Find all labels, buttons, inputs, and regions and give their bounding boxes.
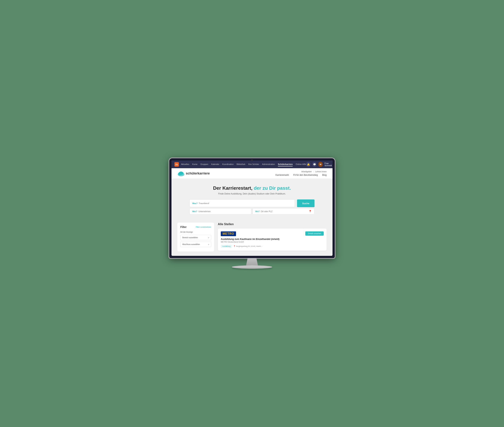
logo-icon [177, 171, 184, 176]
nav-item-schuelerkarriere[interactable]: Schülerkarriere [278, 162, 293, 166]
job-type-tag: Ausbildung [221, 245, 232, 248]
monitor-base [232, 265, 272, 269]
bereich-chevron-icon: ∨ [208, 236, 209, 239]
location-icon: 📍 [309, 210, 312, 213]
hero-subtitle: Finde Deine Ausbildung, Dein (duales) St… [177, 192, 327, 195]
jobs-section: Alle Stellen METRO Details ansehen Ausbi… [218, 223, 327, 252]
avatar[interactable]: M [318, 162, 323, 167]
top-nav-items: Aktuelles Kurse Gruppen Kalender Koordin… [181, 162, 306, 166]
bereich-dropdown[interactable]: Bereich auswählen ∨ [180, 235, 211, 240]
job-location: 📍 Bargkoppelweg 50, 22145, Hamb... [233, 245, 262, 247]
wer-label: Wer? [192, 210, 197, 213]
its-logo[interactable]: its [174, 162, 179, 167]
nav-item-kalender[interactable]: Kalender [211, 162, 219, 166]
filter-reset-button[interactable]: Filter zurücksetzen [196, 226, 211, 228]
svg-point-3 [179, 172, 183, 175]
nav-item-ihre-schueler[interactable]: Ihre Schüler [248, 162, 259, 166]
job-card-top: METRO Details ansehen [221, 231, 324, 236]
filter-title: Filter [180, 226, 187, 229]
nav-item-gruppen[interactable]: Gruppen [200, 162, 208, 166]
job-details-button[interactable]: Details ansehen [305, 231, 324, 236]
job-location-text: Bargkoppelweg 50, 22145, Hamb... [236, 245, 262, 247]
user-name-label: Frau Schmidt [325, 162, 333, 167]
job-company-name: METRO Deutschland GmbH [221, 241, 324, 243]
jobs-section-title: Alle Stellen [218, 223, 327, 226]
hero-title-accent: der zu Dir passt. [254, 185, 291, 191]
screen-content: its Aktuelles Kurse Gruppen Kalender Koo… [172, 160, 332, 256]
search-wo-field[interactable]: Wo? 📍 [252, 208, 315, 214]
arbeitgeber-link[interactable]: Arbeitgeber [301, 170, 312, 173]
search-button[interactable]: Suche [297, 199, 315, 207]
search-was-input[interactable] [199, 202, 292, 204]
monitor-neck [245, 258, 259, 265]
search-form: Was? Suche Wer? Wo? 📍 [189, 199, 315, 214]
wo-label: Wo? [255, 210, 260, 213]
abschluss-chevron-icon: ∨ [208, 243, 209, 245]
job-title: Ausbildung zum Kaufmann im Einzelhandel … [221, 238, 324, 240]
abschluss-label: Abschluss auswählen [182, 243, 200, 245]
logo-text: schülerkarriere [186, 172, 210, 175]
main-content: Filter Filter zurücksetzen Art der Anzei… [172, 220, 332, 256]
site-nav-top: Arbeitgeber | Lehrer:innen [301, 170, 327, 173]
job-tags: Ausbildung 📍 Bargkoppelweg 50, 22145, Ha… [221, 245, 324, 248]
filter-section-title: Art der Anzeige [180, 231, 211, 233]
search-was-field[interactable]: Was? [189, 199, 295, 207]
blog-link[interactable]: Blog [322, 174, 327, 176]
feedback-button[interactable]: 💬 [312, 162, 316, 167]
filter-header: Filter Filter zurücksetzen [180, 226, 211, 229]
filter-sidebar: Filter Filter zurücksetzen Art der Anzei… [177, 223, 214, 252]
notifications-button[interactable]: 🔔 [306, 162, 310, 167]
berufseinsteig-link[interactable]: Fit für den Berufseinstieg [293, 174, 318, 176]
top-navigation-bar: its Aktuelles Kurse Gruppen Kalender Koo… [172, 160, 332, 168]
site-logo[interactable]: schülerkarriere [177, 171, 210, 176]
nav-item-administration[interactable]: Administration [262, 162, 275, 166]
location-pin-icon: 📍 [233, 245, 236, 247]
site-header: schülerkarriere Arbeitgeber | Lehrer:inn… [172, 168, 332, 179]
monitor-screen: its Aktuelles Kurse Gruppen Kalender Koo… [169, 158, 335, 258]
nav-item-bibliothek[interactable]: Bibliothek [236, 162, 245, 166]
hero-section: Der Karrierestart, der zu Dir passt. Fin… [172, 179, 332, 220]
bereich-label: Bereich auswählen [182, 236, 198, 239]
hero-title: Der Karrierestart, der zu Dir passt. [177, 185, 327, 191]
nav-item-kurse[interactable]: Kurse [192, 162, 197, 166]
nav-item-koordination[interactable]: Koordination [222, 162, 234, 166]
site-nav-bottom: Karrieremarkt Fit für den Berufseinstieg… [276, 174, 327, 176]
was-label: Was? [192, 202, 197, 204]
abschluss-dropdown[interactable]: Abschluss auswählen ∨ [180, 242, 211, 247]
nav-item-online-hilfe[interactable]: Online-Hilfe [296, 162, 306, 166]
metro-logo: METRO [221, 231, 236, 236]
karrieremarkt-link[interactable]: Karrieremarkt [276, 174, 289, 176]
search-wo-input[interactable] [261, 210, 307, 213]
search-wer-field[interactable]: Wer? [189, 208, 252, 214]
search-wer-input[interactable] [198, 210, 249, 213]
site-nav-right: Arbeitgeber | Lehrer:innen Karrieremarkt… [276, 170, 327, 176]
top-nav-right: 🔔 💬 M Frau Schmidt [306, 162, 332, 167]
job-card: METRO Details ansehen Ausbildung zum Kau… [218, 229, 327, 251]
hero-title-plain: Der Karrierestart, [213, 185, 254, 191]
nav-item-aktuelles[interactable]: Aktuelles [181, 162, 189, 166]
lehrer-link[interactable]: Lehrer:innen [315, 170, 327, 173]
